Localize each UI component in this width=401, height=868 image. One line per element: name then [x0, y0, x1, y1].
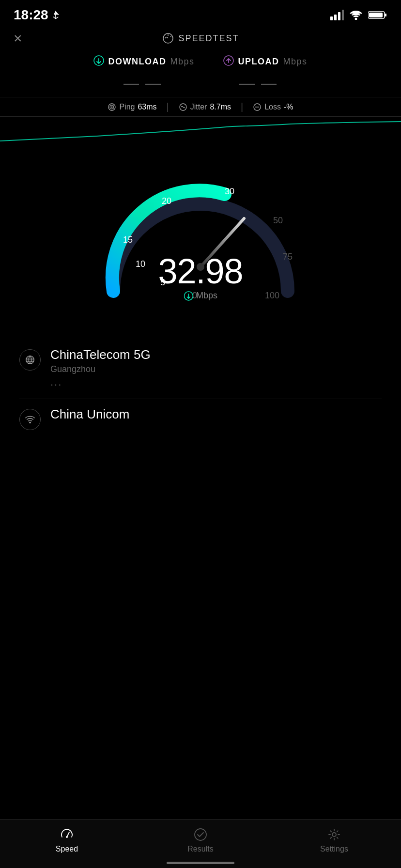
battery-icon: [368, 10, 387, 20]
results-icon: [193, 827, 208, 842]
svg-rect-4: [342, 10, 344, 20]
svg-rect-3: [338, 12, 340, 20]
svg-point-14: [111, 106, 113, 108]
status-time: 18:28: [14, 7, 60, 23]
ping-label: Ping: [119, 103, 135, 111]
app-title-text: SPEEDTEST: [178, 33, 239, 44]
svg-rect-8: [369, 13, 383, 17]
jitter-value: 8.7ms: [210, 103, 231, 111]
globe-icon: [25, 355, 35, 365]
graph-svg: [0, 117, 401, 146]
app-header: × SPEEDTEST: [0, 27, 401, 47]
upload-label: UPLOAD: [238, 57, 279, 67]
signal-icon: [330, 10, 344, 20]
svg-point-33: [332, 833, 336, 837]
network-telecom-icon-wrap: [19, 349, 41, 371]
download-icon: [93, 55, 104, 68]
svg-rect-1: [330, 16, 333, 20]
upload-unit: Mbps: [283, 57, 307, 67]
download-unit: Mbps: [170, 57, 194, 67]
jitter-stat: Jitter 8.7ms: [169, 103, 241, 111]
status-bar: 18:28: [0, 0, 401, 27]
bottom-nav: Speed Results Settings: [0, 819, 401, 868]
svg-point-32: [195, 829, 206, 840]
loss-icon: [253, 103, 262, 111]
svg-text:20: 20: [162, 196, 171, 206]
network-item-unicom[interactable]: China Unicom: [19, 399, 382, 438]
jitter-icon: [179, 103, 187, 111]
svg-point-31: [66, 836, 68, 838]
location-icon: [51, 11, 60, 19]
app-title: SPEEDTEST: [162, 32, 239, 45]
svg-text:10: 10: [136, 259, 145, 269]
download-tab[interactable]: DOWNLOAD Mbps: [93, 55, 194, 68]
network-telecom-details: ChinaTelecom 5G Guangzhou ···: [50, 347, 382, 391]
nav-results[interactable]: Results: [171, 827, 230, 853]
svg-text:75: 75: [283, 252, 293, 262]
svg-point-5: [355, 18, 357, 20]
network-unicom-details: China Unicom: [50, 407, 382, 422]
svg-text:50: 50: [273, 216, 283, 225]
network-telecom-location: Guangzhou: [50, 364, 382, 374]
gauge-dl-icon: [184, 291, 193, 301]
upload-icon: [223, 55, 234, 68]
network-item-telecom[interactable]: ChinaTelecom 5G Guangzhou ···: [19, 340, 382, 399]
network-section: ChinaTelecom 5G Guangzhou ··· China Unic…: [0, 320, 401, 448]
wifi-icon: [350, 10, 362, 20]
speed-graph: [0, 117, 401, 146]
speed-values: — — — —: [0, 72, 401, 97]
wifi-icon-unicom: [25, 414, 35, 425]
nav-settings-label: Settings: [320, 845, 348, 853]
gauge-unit-text: Mbps: [196, 291, 217, 301]
network-telecom-name: ChinaTelecom 5G: [50, 347, 382, 362]
svg-point-30: [30, 422, 31, 423]
upload-tab[interactable]: UPLOAD Mbps: [223, 55, 307, 68]
upload-value: — —: [239, 74, 278, 92]
nav-results-label: Results: [187, 845, 213, 853]
speedtest-logo-icon: [162, 32, 174, 45]
gauge-wrap: 0 5 10 15 20 30 50 75 100: [84, 165, 317, 310]
ping-stat: Ping 63ms: [98, 103, 166, 111]
gauge-speed: 32.98: [158, 254, 243, 289]
settings-icon: [327, 827, 341, 842]
gauge-unit: Mbps: [158, 291, 243, 301]
download-label: DOWNLOAD: [108, 57, 166, 67]
loss-label: Loss: [264, 103, 281, 111]
svg-text:30: 30: [225, 186, 234, 196]
network-unicom-name: China Unicom: [50, 407, 382, 422]
gauge-container: 0 5 10 15 20 30 50 75 100: [0, 146, 401, 320]
svg-text:100: 100: [265, 291, 279, 300]
jitter-label: Jitter: [190, 103, 207, 111]
close-button[interactable]: ×: [14, 31, 22, 46]
speedometer-icon: [60, 827, 74, 842]
loss-stat: Loss -%: [243, 103, 303, 111]
ping-value: 63ms: [138, 103, 156, 111]
home-indicator: [167, 862, 234, 864]
nav-speed[interactable]: Speed: [38, 827, 96, 853]
status-icons: [330, 10, 387, 20]
speed-tabs: DOWNLOAD Mbps UPLOAD Mbps: [0, 47, 401, 72]
nav-speed-label: Speed: [56, 845, 78, 853]
svg-text:15: 15: [123, 235, 133, 245]
svg-rect-2: [334, 15, 337, 20]
ping-icon: [108, 103, 116, 111]
gauge-center: 32.98 Mbps: [158, 254, 243, 301]
nav-settings[interactable]: Settings: [305, 827, 363, 853]
stats-bar: Ping 63ms | Jitter 8.7ms | Loss -%: [0, 97, 401, 117]
svg-rect-7: [385, 14, 386, 16]
network-unicom-icon-wrap: [19, 409, 41, 430]
network-telecom-more[interactable]: ···: [50, 378, 382, 391]
download-value: — —: [123, 74, 162, 92]
time-display: 18:28: [14, 7, 48, 23]
loss-value: -%: [284, 103, 293, 111]
